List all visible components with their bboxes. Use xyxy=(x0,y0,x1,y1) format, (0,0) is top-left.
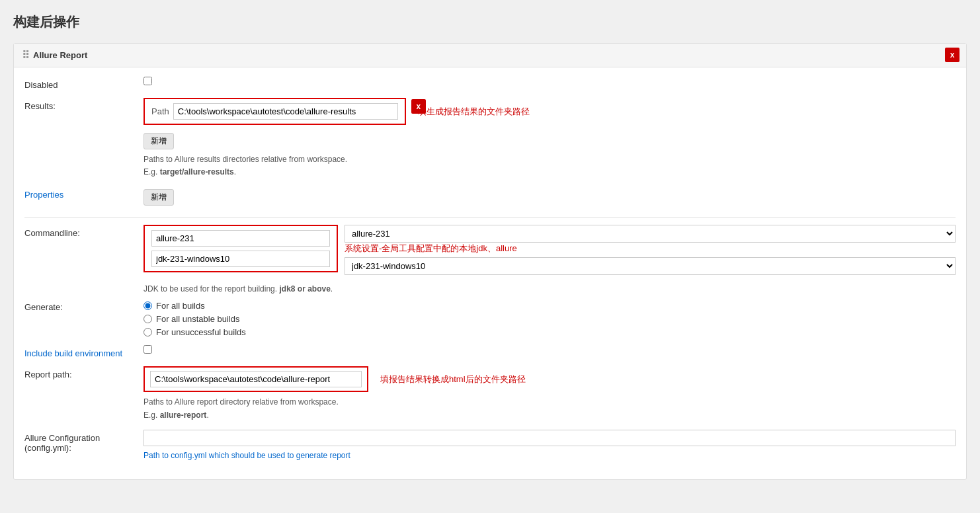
include-build-checkbox[interactable] xyxy=(143,345,152,354)
section-title: Allure Report xyxy=(33,50,87,60)
report-desc2: E.g. allure-report. xyxy=(143,411,209,420)
generate-label-2: For unsuccessful builds xyxy=(156,327,246,337)
report-path-hint: 填报告结果转换成html后的文件夹路径 xyxy=(380,374,526,385)
commandline-select[interactable]: allure-231 xyxy=(345,225,956,243)
results-path-hint: 填生成报告结果的文件夹路径 xyxy=(418,106,530,118)
jdk-select[interactable]: jdk-231-windows10 xyxy=(345,257,956,275)
allure-config-input[interactable] xyxy=(143,430,956,446)
allure-report-section: ⠿ Allure Report x Disabled Results: xyxy=(13,43,967,480)
report-path-input-row: 填报告结果转换成html后的文件夹路径 xyxy=(143,366,956,392)
generate-label-1: For all unstable builds xyxy=(156,314,239,324)
results-row-close-button[interactable]: x xyxy=(411,99,426,114)
report-path-input[interactable] xyxy=(150,371,362,387)
report-path-row: Report path: 填报告结果转换成html后的文件夹路径 Paths t… xyxy=(24,366,956,421)
report-desc1: Paths to Allure report directory relativ… xyxy=(143,397,339,407)
allure-config-label: Allure Configuration (config.yml): xyxy=(24,430,143,453)
results-full-row: Path x 填生成报告结果的文件夹路径 xyxy=(143,98,956,125)
allure-config-desc: Path to config.yml which should be used … xyxy=(143,450,956,462)
generate-radio-group: For all builds For all unstable builds F… xyxy=(143,299,956,337)
drag-handle-icon: ⠿ xyxy=(22,49,29,61)
include-build-content xyxy=(143,345,956,356)
path-label: Path xyxy=(151,106,169,116)
results-row: Results: Path x 填生成报告结果的文件夹路径 xyxy=(24,98,956,178)
generate-label: Generate: xyxy=(24,299,143,312)
results-add-button[interactable]: 新增 xyxy=(143,133,174,149)
report-path-box xyxy=(143,366,368,392)
commandline-hint: 系统设置-全局工具配置中配的本地jdk、allure xyxy=(345,243,956,255)
results-desc1: Paths to Allure results directories rela… xyxy=(143,155,347,164)
report-desc: Paths to Allure report directory relativ… xyxy=(143,396,956,421)
results-content: Path x 填生成报告结果的文件夹路径 新增 Paths to Allure … xyxy=(143,98,956,178)
jdk-desc: JDK to be used for the report building. xyxy=(143,284,277,294)
jdk-hint-text: JDK to be used for the report building. … xyxy=(143,284,956,294)
disabled-label: Disabled xyxy=(24,77,143,90)
disabled-content xyxy=(143,77,956,87)
jdk-input[interactable] xyxy=(151,251,330,267)
generate-radio-0[interactable] xyxy=(143,301,152,310)
report-path-content: 填报告结果转换成html后的文件夹路径 Paths to Allure repo… xyxy=(143,366,956,421)
generate-option-0[interactable]: For all builds xyxy=(143,301,956,311)
properties-add-button[interactable]: 新增 xyxy=(143,189,174,206)
generate-row: Generate: For all builds For all unstabl… xyxy=(24,299,956,337)
commandline-input[interactable] xyxy=(151,230,330,247)
section-body: Disabled Results: Path x xyxy=(14,67,966,479)
add-results-btn-wrapper: 新增 xyxy=(143,130,956,153)
generate-option-1[interactable]: For all unstable builds xyxy=(143,314,956,324)
section-close-button[interactable]: x xyxy=(945,48,960,62)
results-path-box: Path xyxy=(143,98,406,125)
generate-radio-1[interactable] xyxy=(143,315,152,323)
properties-row: Properties 新增 xyxy=(24,186,956,210)
page-title: 构建后操作 xyxy=(13,13,967,31)
divider1 xyxy=(24,217,956,218)
include-build-row: Include build environment xyxy=(24,345,956,358)
generate-label-0: For all builds xyxy=(156,301,205,311)
generate-content: For all builds For all unstable builds F… xyxy=(143,299,956,337)
section-header: ⠿ Allure Report x xyxy=(14,44,966,67)
results-path-input[interactable] xyxy=(173,103,398,120)
results-desc2-strong: target/allure-results xyxy=(160,167,234,177)
results-desc: Paths to Allure results directories rela… xyxy=(143,153,956,178)
include-build-label: Include build environment xyxy=(24,345,143,358)
results-desc2-prefix: E.g. target/allure-results. xyxy=(143,167,236,177)
report-path-label: Report path: xyxy=(24,366,143,379)
disabled-row: Disabled xyxy=(24,77,956,90)
results-label: Results: xyxy=(24,98,143,111)
commandline-select-wrapper: allure-231 系统设置-全局工具配置中配的本地jdk、allure jd… xyxy=(345,225,956,275)
jdk-hint-row: JDK to be used for the report building. … xyxy=(24,282,956,294)
page-container: 构建后操作 ⠿ Allure Report x Disabled Results… xyxy=(0,0,980,513)
report-desc2-strong: allure-report xyxy=(160,411,207,420)
jdk-desc-strong: jdk8 or above xyxy=(279,284,330,294)
commandline-right: allure-231 系统设置-全局工具配置中配的本地jdk、allure jd… xyxy=(143,225,956,275)
jdk-hint-spacer xyxy=(24,282,143,285)
allure-config-row: Allure Configuration (config.yml): Path … xyxy=(24,430,956,462)
generate-option-2[interactable]: For unsuccessful builds xyxy=(143,327,956,337)
disabled-checkbox[interactable] xyxy=(143,77,152,85)
properties-content: 新增 xyxy=(143,186,956,210)
properties-label: Properties xyxy=(24,186,143,200)
allure-config-content: Path to config.yml which should be used … xyxy=(143,430,956,462)
commandline-jdk-box xyxy=(143,225,338,272)
commandline-label: Commandline: xyxy=(24,225,143,238)
commandline-row: Commandline: allure-231 系统设置-全局工具配置中配的本地… xyxy=(24,225,956,275)
generate-radio-2[interactable] xyxy=(143,328,152,336)
